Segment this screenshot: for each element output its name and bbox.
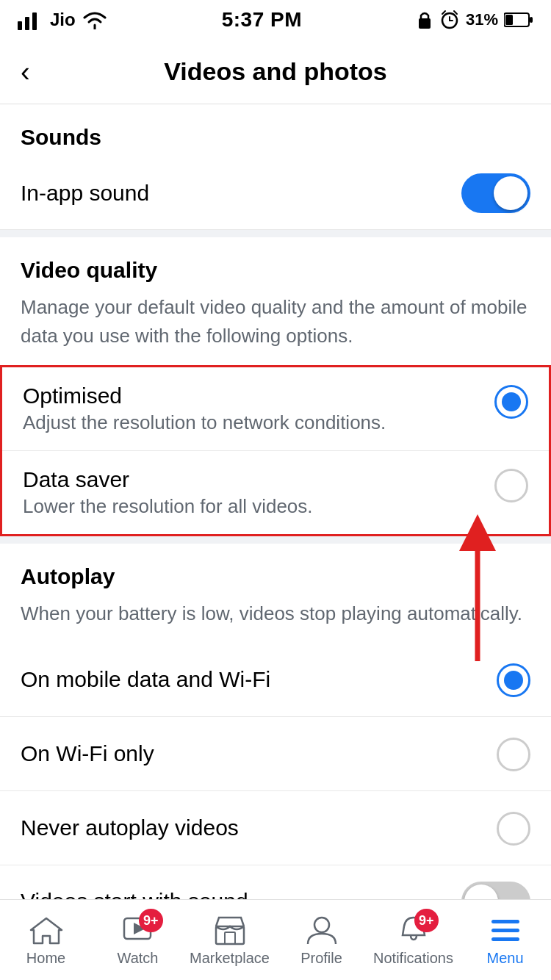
- optimised-text: Optimised Adjust the resolution to netwo…: [23, 383, 480, 434]
- autoplay-never-label: Never autoplay videos: [21, 815, 239, 840]
- video-quality-options-box: Optimised Adjust the resolution to netwo…: [0, 365, 551, 536]
- optimised-subtitle: Adjust the resolution to network conditi…: [23, 411, 480, 434]
- nav-item-marketplace[interactable]: Marketplace: [184, 900, 276, 980]
- back-button[interactable]: ‹: [21, 58, 30, 86]
- svg-rect-1: [25, 17, 29, 30]
- alarm-icon: [439, 10, 460, 30]
- svg-rect-0: [18, 21, 22, 30]
- svg-rect-6: [505, 15, 513, 25]
- autoplay-never[interactable]: Never autoplay videos: [0, 791, 551, 865]
- data-saver-subtitle: Lower the resolution for all videos.: [23, 495, 480, 518]
- home-icon: [27, 913, 65, 947]
- autoplay-wifi-only-label: On Wi-Fi only: [21, 741, 154, 766]
- marketplace-icon: [211, 913, 249, 947]
- nav-label-notifications: Notifications: [373, 950, 453, 967]
- status-right: 31%: [416, 10, 533, 30]
- sounds-section-title: Sounds: [0, 104, 551, 157]
- toggle-knob: [494, 176, 527, 210]
- status-bar: Jio 5:37 PM 31%: [0, 0, 551, 40]
- optimised-title: Optimised: [23, 383, 480, 408]
- notifications-badge: 9+: [414, 909, 439, 932]
- nav-item-home[interactable]: Home: [0, 900, 92, 980]
- page-header: ‹ Videos and photos: [0, 40, 551, 104]
- divider-2: [0, 536, 551, 544]
- autoplay-wifi-only-radio[interactable]: [497, 738, 530, 771]
- svg-rect-2: [32, 12, 37, 30]
- lock-icon: [416, 10, 433, 30]
- autoplay-mobile-wifi-radio[interactable]: [497, 663, 530, 697]
- in-app-sound-toggle[interactable]: [461, 173, 530, 213]
- carrier-name: Jio: [50, 10, 76, 30]
- battery-text: 31%: [466, 10, 498, 29]
- autoplay-mobile-wifi-inner: [504, 671, 523, 690]
- bottom-nav: Home 9+ Watch Marketplace: [0, 899, 551, 980]
- nav-label-profile: Profile: [300, 950, 342, 967]
- nav-item-notifications[interactable]: 9+ Notifications: [367, 900, 459, 980]
- autoplay-mobile-wifi-label: On mobile data and Wi-Fi: [21, 667, 270, 692]
- svg-rect-16: [491, 929, 519, 932]
- autoplay-never-radio[interactable]: [497, 812, 530, 846]
- data-saver-title: Data saver: [23, 467, 480, 492]
- watch-icon: 9+: [119, 913, 157, 947]
- nav-label-menu: Menu: [486, 950, 523, 967]
- divider-1: [0, 230, 551, 237]
- in-app-sound-row: In-app sound: [0, 157, 551, 230]
- settings-content: Sounds In-app sound Video quality Manage…: [0, 104, 551, 980]
- data-saver-text: Data saver Lower the resolution for all …: [23, 467, 480, 518]
- video-quality-description: Manage your default video quality and th…: [0, 290, 551, 365]
- data-saver-radio[interactable]: [494, 469, 528, 502]
- autoplay-mobile-wifi[interactable]: On mobile data and Wi-Fi: [0, 643, 551, 717]
- svg-rect-17: [491, 937, 519, 941]
- page-title: Videos and photos: [164, 57, 387, 86]
- nav-item-profile[interactable]: Profile: [276, 900, 367, 980]
- nav-label-watch: Watch: [118, 950, 159, 967]
- svg-point-14: [314, 918, 329, 932]
- autoplay-description: When your battery is low, videos stop pl…: [0, 597, 551, 643]
- svg-rect-3: [419, 18, 431, 29]
- autoplay-wifi-only[interactable]: On Wi-Fi only: [0, 717, 551, 791]
- optimised-option[interactable]: Optimised Adjust the resolution to netwo…: [2, 367, 549, 451]
- autoplay-title: Autoplay: [0, 544, 551, 597]
- watch-badge: 9+: [139, 909, 163, 932]
- data-saver-option[interactable]: Data saver Lower the resolution for all …: [2, 451, 549, 534]
- nav-item-watch[interactable]: 9+ Watch: [92, 900, 184, 980]
- signal-icon: [18, 10, 44, 30]
- optimised-radio-inner: [502, 392, 521, 411]
- in-app-sound-label: In-app sound: [21, 181, 149, 206]
- svg-rect-15: [491, 920, 519, 923]
- profile-icon: [303, 913, 341, 947]
- menu-icon: [486, 913, 525, 947]
- optimised-radio[interactable]: [494, 385, 528, 419]
- video-quality-title: Video quality: [0, 237, 551, 290]
- nav-label-home: Home: [26, 950, 65, 967]
- notifications-icon: 9+: [395, 913, 433, 947]
- status-left: Jio: [18, 10, 108, 30]
- svg-rect-13: [225, 932, 235, 944]
- wifi-icon: [82, 10, 108, 29]
- nav-item-menu[interactable]: Menu: [459, 900, 551, 980]
- nav-label-marketplace: Marketplace: [190, 950, 270, 967]
- battery-icon: [504, 12, 533, 28]
- status-time: 5:37 PM: [222, 8, 302, 32]
- svg-rect-7: [530, 17, 533, 23]
